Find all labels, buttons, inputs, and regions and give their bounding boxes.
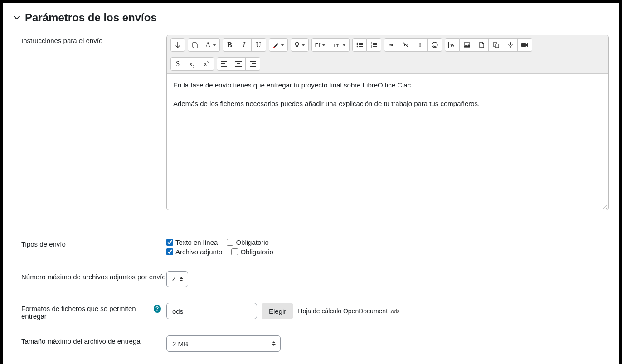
checkbox-online-text-required[interactable] [227,239,233,246]
svg-rect-31 [235,61,242,62]
toolbar-image-button[interactable] [460,38,474,52]
toolbar-align-left-button[interactable] [217,57,231,71]
numbered-list-icon: 123 [371,42,377,48]
underline-icon: U [256,41,261,49]
toolbar-mic-button[interactable] [503,38,518,52]
svg-rect-26 [510,42,511,45]
subscript-icon: x2 [189,60,194,68]
svg-rect-36 [250,66,256,67]
toolbar-expand-button[interactable] [170,38,185,52]
toolbar-warn-button[interactable]: ! [413,38,428,52]
svg-point-23 [465,44,466,44]
image-icon [464,42,470,48]
toolbar-italic-button[interactable]: I [237,38,252,52]
toolbar-embed-button[interactable] [489,38,503,52]
toolbar-paste-button[interactable] [188,38,202,52]
file-icon [479,42,484,48]
svg-rect-12 [359,46,363,47]
bold-icon: B [227,41,232,49]
label-submission-types: Tipos de envío [21,238,166,248]
checkbox-label: Texto en línea [175,238,218,246]
checkbox-online-text[interactable] [166,239,173,246]
paragraph-style-icon: A [205,41,211,49]
editor-paragraph: En la fase de envío tienes que entregar … [173,80,602,91]
svg-rect-33 [235,66,242,67]
bullet-list-icon [356,42,363,48]
checkbox-file-attachment[interactable] [166,248,173,255]
svg-rect-14 [373,43,377,44]
strikethrough-icon: S [176,60,180,68]
svg-text:3: 3 [371,45,372,48]
svg-point-21 [435,44,436,44]
select-max-files[interactable]: 4 [166,271,188,287]
italic-icon: I [243,41,245,49]
toolbar-bold-button[interactable]: B [223,38,237,52]
editor-toolbar: A B I U [167,35,608,74]
toolbar-emoji-button[interactable] [428,38,442,52]
svg-rect-29 [221,63,225,64]
toolbar-link-button[interactable] [384,38,398,52]
embed-icon [493,42,499,48]
mic-icon [508,42,513,48]
svg-rect-28 [221,61,227,62]
emoji-icon [432,42,438,48]
video-icon [521,42,529,48]
toolbar-underline-button[interactable]: U [252,38,266,52]
svg-rect-34 [250,61,256,62]
toolbar-word-button[interactable]: W [445,38,460,52]
toolbar-align-right-button[interactable] [246,57,260,71]
section-toggle[interactable]: Parámetros de los envíos [13,11,609,24]
help-icon[interactable]: ? [154,305,161,313]
svg-text:T: T [336,44,339,48]
toolbar-font-size-button[interactable]: TT [329,38,350,52]
svg-rect-32 [237,63,240,64]
svg-rect-1 [194,44,198,48]
svg-point-3 [295,42,299,46]
font-size-icon: TT [332,42,340,48]
toolbar-font-family-button[interactable]: Ff [311,38,330,52]
svg-rect-8 [359,43,363,44]
svg-point-20 [433,44,434,44]
toolbar-file-button[interactable] [474,38,489,52]
align-left-icon [221,61,227,67]
input-allowed-formats[interactable] [166,303,257,319]
svg-point-7 [357,43,358,44]
svg-rect-35 [252,63,256,64]
toolbar-subscript-button[interactable]: x2 [185,57,199,71]
select-value: 2 MB [172,340,188,348]
toolbar-superscript-button[interactable]: x2 [199,57,214,71]
svg-point-19 [432,42,437,48]
format-hint: Hoja de cálculo OpenDocument .ods [298,307,399,315]
editor-content[interactable]: En la fase de envío tienes que entregar … [167,74,608,210]
font-family-icon: Ff [315,42,321,49]
toolbar-hint-button[interactable] [291,38,309,52]
toolbar-unlink-button[interactable] [398,38,413,52]
checkbox-file-required[interactable] [231,248,238,255]
svg-rect-2 [273,47,275,48]
word-icon: W [448,42,456,48]
svg-rect-4 [296,46,298,47]
choose-formats-button[interactable]: Elegir [262,303,293,319]
select-max-size[interactable]: 2 MB [166,335,281,352]
toolbar-paragraph-style-button[interactable]: A [202,38,220,52]
svg-rect-25 [495,44,499,48]
toolbar-numbered-list-button[interactable]: 123 [367,38,381,52]
section-title: Parámetros de los envíos [25,11,157,24]
select-value: 4 [172,276,176,283]
svg-rect-27 [521,43,526,47]
resize-handle[interactable] [601,203,607,209]
checkbox-label: Archivo adjunto [175,248,222,256]
svg-rect-18 [373,46,377,47]
svg-text:T: T [332,42,336,48]
label-instructions: Instrucciones para el envío [21,35,166,44]
exclamation-icon: ! [419,41,421,49]
toolbar-text-color-button[interactable] [269,38,288,52]
toolbar-align-center-button[interactable] [231,57,246,71]
toolbar-strike-button[interactable]: S [170,57,185,71]
superscript-icon: x2 [204,60,209,68]
toolbar-bullet-list-button[interactable] [352,38,367,52]
rich-text-editor: A B I U [166,35,609,210]
toolbar-video-button[interactable] [518,38,532,52]
unlink-icon [403,42,409,48]
svg-point-11 [357,46,358,48]
